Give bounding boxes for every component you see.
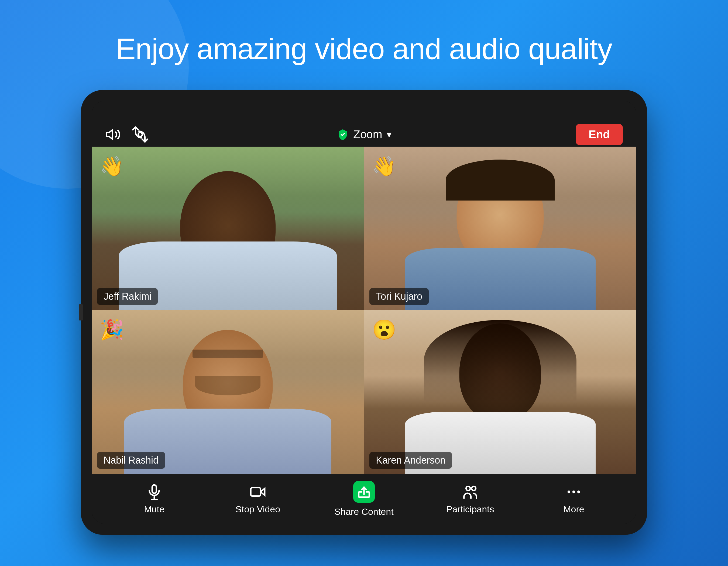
participant-name-tori: Tori Kujaro (369, 288, 429, 305)
end-button[interactable]: End (576, 124, 623, 145)
page-title: Enjoy amazing video and audio quality (116, 32, 612, 66)
participant-cell-karen: 😮 Karen Anderson (364, 310, 636, 474)
tablet-frame: 10:00 (81, 90, 647, 535)
participant-cell-nabil: 🎉 Nabil Rashid (92, 310, 364, 474)
svg-point-9 (138, 132, 142, 136)
participant-emoji-karen: 😮 (372, 318, 396, 341)
participants-label: Participants (446, 504, 494, 514)
stop-video-label: Stop Video (235, 504, 280, 514)
share-content-label: Share Content (334, 506, 393, 517)
zoom-chevron-icon: ▾ (387, 129, 392, 140)
microphone-icon (146, 483, 163, 500)
svg-point-16 (472, 486, 476, 490)
participant-name-nabil: Nabil Rashid (97, 452, 165, 469)
top-bar: Zoom ▾ End (92, 122, 636, 147)
video-grid: 👋 Jeff Rakimi 👋 Tori Kujaro (92, 147, 636, 474)
speaker-icon[interactable] (105, 126, 121, 143)
zoom-label-group[interactable]: Zoom ▾ (336, 128, 391, 141)
people-icon (462, 483, 479, 500)
stop-video-button[interactable]: Stop Video (231, 483, 285, 514)
svg-rect-13 (251, 488, 260, 496)
mute-label: Mute (144, 504, 164, 514)
video-camera-icon (249, 483, 266, 500)
zoom-text: Zoom (353, 128, 382, 141)
share-up-icon (357, 485, 371, 499)
camera-flip-icon[interactable] (132, 126, 148, 143)
participants-button[interactable]: Participants (443, 483, 497, 514)
participant-emoji-nabil: 🎉 (100, 318, 124, 341)
tablet-screen: 10:00 (92, 101, 636, 524)
zoom-shield-icon (336, 128, 349, 141)
mute-button[interactable]: Mute (127, 483, 181, 514)
svg-point-15 (466, 486, 470, 490)
participant-name-karen: Karen Anderson (369, 452, 452, 469)
share-icon-bg (353, 481, 375, 503)
participant-cell-tori: 👋 Tori Kujaro (364, 147, 636, 310)
share-content-button[interactable]: Share Content (334, 481, 393, 517)
participant-name-jeff: Jeff Rakimi (97, 288, 158, 305)
participant-emoji-jeff: 👋 (100, 155, 124, 178)
svg-marker-8 (107, 130, 113, 139)
status-bar: 10:00 (92, 101, 636, 122)
participant-emoji-tori: 👋 (372, 155, 396, 178)
svg-rect-10 (152, 485, 156, 493)
participant-cell-jeff: 👋 Jeff Rakimi (92, 147, 364, 310)
